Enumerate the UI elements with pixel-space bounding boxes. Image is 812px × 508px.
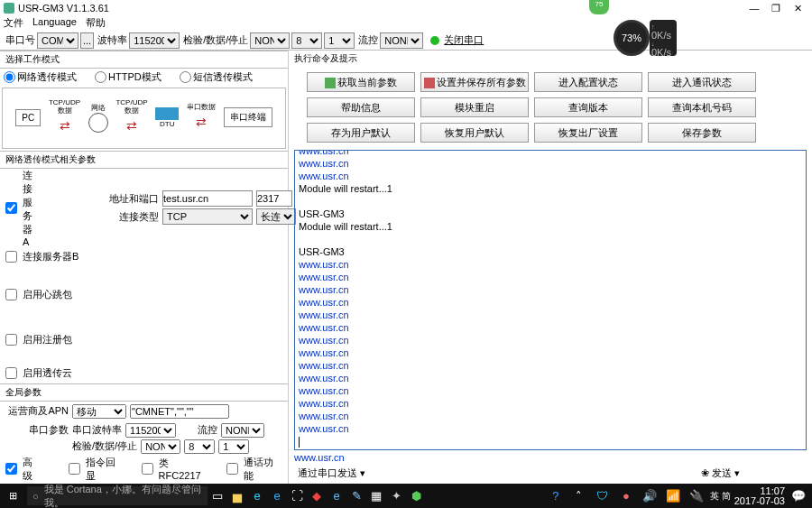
tb-ie2-icon[interactable]: e [327, 489, 346, 503]
tb-store-icon[interactable]: ⛶ [287, 489, 307, 503]
mode-net-radio[interactable]: 网络透传模式 [4, 70, 77, 84]
tray-icon[interactable]: ? [546, 489, 566, 503]
console-line [299, 195, 802, 208]
send-button[interactable]: ❀ 发送 ▾ [701, 466, 740, 480]
mode-httpd-radio[interactable]: HTTPD模式 [95, 70, 161, 84]
console-line [299, 233, 802, 245]
tray-app-icon[interactable]: ● [616, 489, 636, 503]
databits-select[interactable]: 8 [291, 32, 322, 49]
tb-ie-icon[interactable]: e [267, 489, 287, 503]
led-icon [430, 36, 439, 45]
port-input[interactable] [256, 190, 292, 207]
menu-language[interactable]: Language [32, 16, 77, 31]
diagram-tcpudp-right: TCP/UDP 数据 [115, 98, 147, 115]
gauge-suffix: % [632, 32, 641, 43]
btn-restore-user-default[interactable]: 恢复用户默认 [420, 123, 529, 143]
close-button[interactable]: ✕ [787, 3, 808, 14]
window-title: USR-GM3 V1.1.3.61 [18, 3, 743, 14]
menu-help[interactable]: 帮助 [86, 16, 106, 31]
tb-folder-icon[interactable]: ▅ [227, 489, 247, 503]
addr-label: 地址和端口 [108, 192, 159, 206]
apn-input[interactable] [130, 404, 229, 419]
mode-sms-radio[interactable]: 短信透传模式 [180, 70, 253, 84]
console-line: www.usr.cn [299, 334, 802, 346]
sbaud-select[interactable]: 115200 [125, 423, 176, 438]
baud-select[interactable]: 115200 [129, 32, 180, 49]
btn-get-params[interactable]: 获取当前参数 [307, 72, 415, 92]
tb-calc-icon[interactable]: ▦ [366, 489, 386, 503]
port-more-button[interactable]: ... [80, 32, 94, 49]
tb-app3-icon[interactable]: ✦ [386, 489, 406, 503]
heartbeat-check[interactable] [5, 289, 17, 300]
server-b-check[interactable] [5, 251, 17, 263]
tb-app1-icon[interactable]: ◆ [307, 489, 327, 503]
netspeed-widget[interactable]: ↑ 0K/s ↓ 0K/s [650, 20, 677, 56]
cmd-legend: 执行命令及提示 [289, 51, 812, 67]
echo-check[interactable] [69, 463, 80, 475]
gauge-value: 73 [622, 32, 632, 43]
server-a-check[interactable] [5, 202, 17, 214]
tb-app2-icon[interactable]: ✎ [346, 489, 366, 503]
menu-file[interactable]: 文件 [4, 16, 23, 31]
register-check[interactable] [5, 334, 17, 346]
parity-select[interactable]: NONE [250, 32, 290, 49]
btn-restart[interactable]: 模块重启 [420, 97, 529, 117]
maximize-button[interactable]: ❐ [765, 3, 787, 14]
console-line: www.usr.cn [299, 157, 802, 170]
taskbar-clock[interactable]: 11:07 2017-07-03 [734, 486, 785, 506]
btn-enter-comm[interactable]: 进入通讯状态 [648, 72, 756, 92]
conntype-select[interactable]: TCP [162, 208, 253, 225]
tb-edge-icon[interactable]: e [247, 489, 267, 503]
sflow-label: 流控 [198, 423, 217, 437]
start-button[interactable]: ⊞ [0, 490, 25, 502]
console-line: www.usr.cn [299, 410, 802, 422]
advanced-check[interactable] [5, 463, 17, 475]
btn-save-params[interactable]: 保存参数 [648, 123, 756, 143]
tray-power-icon[interactable]: 🔌 [687, 489, 706, 503]
apn-op-select[interactable]: 移动 [72, 404, 126, 419]
addr-input[interactable] [162, 190, 253, 207]
global-legend: 全局参数 [0, 383, 288, 402]
rfc-check[interactable] [142, 463, 153, 475]
console-line: www.usr.cn [299, 346, 802, 359]
sdata-select[interactable]: 8 [184, 439, 215, 454]
cloud-check[interactable] [5, 367, 17, 379]
btn-save-user-default[interactable]: 存为用户默认 [307, 123, 415, 143]
tray-net-icon[interactable]: 📶 [663, 489, 683, 503]
btn-help[interactable]: 帮助信息 [307, 97, 415, 117]
callfunc-check[interactable] [226, 463, 238, 475]
console-line: www.usr.cn [299, 170, 802, 182]
apn-label: 运营商及APN [5, 404, 69, 418]
btn-set-save-params[interactable]: 设置并保存所有参数 [420, 72, 529, 92]
btn-query-number[interactable]: 查询本机号码 [648, 97, 756, 117]
gauge-widget[interactable]: 73% [614, 20, 650, 56]
console-line: USR-GM3 [299, 245, 802, 258]
tray-ime[interactable]: 英 简 [710, 490, 731, 503]
sstop-select[interactable]: 1 [218, 439, 249, 454]
flow-label: 流控 [358, 33, 378, 47]
close-port-button[interactable]: 关闭串口 [442, 32, 485, 49]
btn-enter-config[interactable]: 进入配置状态 [534, 72, 642, 92]
send-bar: 通过串口发送 ▾ ❀ 发送 ▾ [289, 463, 812, 484]
sflow-select[interactable]: NONE [221, 423, 264, 438]
notifications-icon[interactable]: 💬 [789, 489, 808, 503]
tray-vol-icon[interactable]: 🔊 [640, 489, 660, 503]
param-legend: 网络透传模式相关参数 [0, 151, 288, 169]
console-line: www.usr.cn [299, 296, 802, 309]
cortana-search[interactable]: ○ 我是 Cortana，小娜。有问题尽管问我。 [27, 486, 208, 505]
flow-select[interactable]: NONE [380, 32, 423, 49]
tray-up-icon[interactable]: ˄ [569, 489, 589, 503]
btn-factory-reset[interactable]: 恢复出厂设置 [534, 123, 642, 143]
console-output[interactable]: www.usr.cnwww.usr.cnwww.usr.cnwww.usr.cn… [294, 150, 807, 450]
send-mode-select[interactable]: 通过串口发送 ▾ [298, 466, 365, 480]
minimize-button[interactable]: — [743, 3, 765, 14]
console-line: www.usr.cn [299, 271, 802, 283]
mode-diagram: PC TCP/UDP 数据⇄ 网络 TCP/UDP 数据⇄ DTU 串口数据⇄ … [2, 88, 286, 149]
btn-query-version[interactable]: 查询版本 [534, 97, 642, 117]
sparity-select[interactable]: NONE [141, 439, 180, 454]
stopbits-select[interactable]: 1 [324, 32, 355, 49]
port-select[interactable]: COM3 [37, 32, 78, 49]
taskview-icon[interactable]: ▭ [208, 489, 227, 503]
tb-usr-icon[interactable]: ⬢ [406, 489, 426, 503]
tray-360-icon[interactable]: 🛡 [593, 489, 613, 503]
